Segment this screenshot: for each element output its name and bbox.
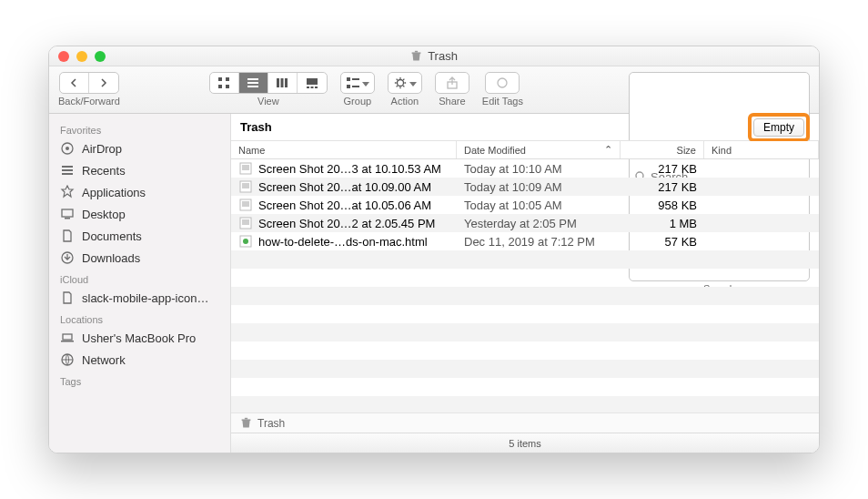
- empty-trash-button[interactable]: Empty: [753, 118, 804, 137]
- sidebar-item[interactable]: Usher's MacBook Pro: [49, 327, 230, 349]
- svg-rect-7: [247, 82, 258, 84]
- svg-rect-29: [62, 173, 73, 175]
- file-name: Screen Shot 20…2 at 2.05.45 PM: [258, 217, 435, 230]
- svg-rect-27: [62, 166, 73, 168]
- column-kind[interactable]: Kind: [704, 141, 819, 158]
- forward-button[interactable]: [89, 73, 118, 93]
- file-icon: [238, 161, 253, 176]
- sidebar-section-label: Favorites: [49, 119, 230, 137]
- sidebar-section-label: iCloud: [49, 269, 230, 287]
- main-pane: Trash Empty Name Date Modified⌃ Size Kin…: [231, 114, 819, 453]
- sidebar-item-label: Recents: [82, 164, 126, 178]
- sidebar-item[interactable]: Documents: [49, 225, 230, 247]
- nav-label: Back/Forward: [58, 96, 120, 107]
- view-label: View: [257, 96, 279, 107]
- column-date-modified[interactable]: Date Modified⌃: [457, 141, 621, 158]
- svg-rect-13: [307, 87, 309, 88]
- empty-row: [231, 323, 819, 341]
- action-button[interactable]: [388, 72, 422, 94]
- sidebar-item[interactable]: Downloads: [49, 247, 230, 269]
- sidebar-item[interactable]: AirDrop: [49, 137, 230, 159]
- sidebar-item[interactable]: slack-mobile-app-icon…: [49, 287, 230, 309]
- file-icon: [238, 234, 253, 249]
- empty-row: [231, 360, 819, 378]
- sidebar-item[interactable]: Applications: [49, 181, 230, 203]
- sidebar-item-label: Applications: [82, 186, 146, 199]
- documents-icon: [60, 229, 75, 243]
- group-button[interactable]: [340, 72, 375, 94]
- downloads-icon: [60, 250, 75, 265]
- traffic-lights: [58, 51, 106, 62]
- svg-rect-3: [226, 77, 229, 81]
- svg-rect-17: [347, 85, 350, 88]
- svg-rect-41: [242, 201, 249, 207]
- sort-indicator-icon: ⌃: [604, 144, 612, 156]
- file-size: 1 MB: [621, 217, 704, 230]
- laptop-icon: [60, 331, 75, 345]
- nav-segment: [59, 72, 119, 94]
- svg-rect-11: [285, 78, 288, 87]
- svg-point-22: [498, 78, 507, 87]
- empty-row: [231, 378, 819, 396]
- svg-rect-9: [277, 78, 279, 87]
- finder-window: Trash Back/Forward View: [48, 46, 820, 453]
- svg-rect-18: [352, 78, 359, 80]
- svg-rect-6: [247, 78, 258, 80]
- file-name: Screen Shot 20…at 10.09.00 AM: [258, 180, 431, 194]
- airdrop-icon: [60, 141, 75, 156]
- status-bar: 5 items: [231, 433, 819, 453]
- gallery-view-button[interactable]: [298, 73, 327, 93]
- svg-point-45: [243, 239, 248, 244]
- window-title-text: Trash: [428, 49, 458, 63]
- sidebar-item[interactable]: Recents: [49, 159, 230, 181]
- file-size: 217 KB: [621, 180, 704, 194]
- list-view-button[interactable]: [239, 73, 268, 93]
- sidebar: FavoritesAirDropRecentsApplicationsDeskt…: [49, 114, 231, 453]
- svg-rect-39: [242, 183, 249, 188]
- svg-rect-4: [218, 85, 222, 88]
- path-location[interactable]: Trash: [257, 417, 285, 430]
- back-button[interactable]: [60, 73, 89, 93]
- zoom-window-button[interactable]: [95, 51, 106, 62]
- minimize-window-button[interactable]: [76, 51, 87, 62]
- share-label: Share: [439, 96, 465, 107]
- sidebar-item-label: Network: [82, 353, 126, 367]
- trash-icon: [410, 50, 422, 62]
- file-row[interactable]: Screen Shot 20…at 10.09.00 AMToday at 10…: [231, 178, 819, 196]
- sidebar-section-label: Tags: [49, 371, 230, 389]
- close-window-button[interactable]: [58, 51, 69, 62]
- file-size: 217 KB: [621, 162, 704, 176]
- column-name[interactable]: Name: [231, 141, 457, 158]
- file-row[interactable]: Screen Shot 20…3 at 10.10.53 AMToday at …: [231, 159, 819, 178]
- location-header: Trash Empty: [231, 114, 819, 141]
- share-button[interactable]: [435, 72, 469, 94]
- view-segment: [209, 72, 328, 94]
- file-date: Yesterday at 2:05 PM: [457, 217, 621, 230]
- file-icon: [238, 216, 253, 230]
- svg-rect-37: [242, 165, 249, 170]
- svg-point-26: [66, 147, 69, 150]
- desktop-icon: [60, 207, 75, 221]
- svg-rect-47: [245, 418, 247, 420]
- file-row[interactable]: Screen Shot 20…at 10.05.06 AMToday at 10…: [231, 196, 819, 214]
- svg-rect-33: [63, 334, 72, 340]
- edit-tags-button[interactable]: [485, 72, 520, 94]
- file-row[interactable]: how-to-delete-…ds-on-mac.htmlDec 11, 201…: [231, 232, 819, 250]
- svg-rect-31: [65, 218, 70, 219]
- file-date: Today at 10:10 AM: [457, 162, 621, 176]
- toolbar: Back/Forward View Group Actio: [49, 66, 819, 114]
- sidebar-item[interactable]: Desktop: [49, 203, 230, 225]
- chevron-down-icon: [409, 77, 417, 88]
- sidebar-item[interactable]: Network: [49, 349, 230, 371]
- icon-view-button[interactable]: [210, 73, 239, 93]
- svg-rect-34: [61, 341, 74, 342]
- file-row[interactable]: Screen Shot 20…2 at 2.05.45 PMYesterday …: [231, 214, 819, 232]
- svg-rect-28: [62, 169, 73, 171]
- file-date: Today at 10:09 AM: [457, 180, 621, 194]
- file-name: how-to-delete-…ds-on-mac.html: [258, 235, 428, 249]
- column-size[interactable]: Size: [621, 141, 704, 158]
- tags-label: Edit Tags: [482, 96, 523, 107]
- column-view-button[interactable]: [268, 73, 298, 93]
- sidebar-item-label: AirDrop: [82, 142, 122, 156]
- network-icon: [60, 352, 75, 367]
